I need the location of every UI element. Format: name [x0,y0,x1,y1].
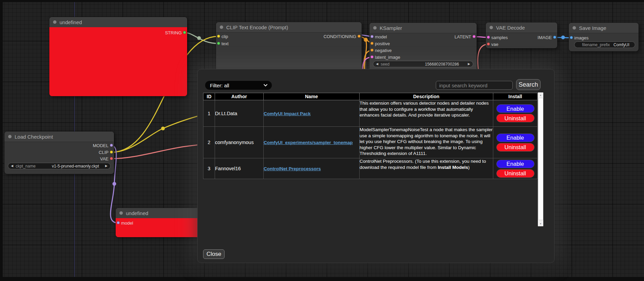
node-collapse-dot[interactable] [53,20,56,24]
input-slot-icon[interactable] [487,36,490,39]
chevron-down-icon [263,84,268,87]
extension-link[interactable]: ComfyUI_experiments/sampler_tonemap [264,140,353,145]
cell-description: This extension offers various detector n… [360,100,493,127]
node-load-checkpoint[interactable]: Load Checkpoint MODEL CLIP VAE ◀ ckpt_na… [4,131,114,174]
ckpt-name-widget[interactable]: ◀ ckpt_name v1-5-pruned-emaonly.ckpt ▶ [8,163,111,169]
input-slot-icon[interactable] [370,42,374,45]
cell-author: comfyanonymous [215,127,264,158]
node-header[interactable]: undefined [116,208,197,218]
node-header[interactable]: KSampler [369,23,477,33]
node-collapse-dot[interactable] [573,26,576,30]
cell-author: Dr.Lt.Data [215,100,264,127]
node-header[interactable]: undefined [49,17,187,28]
node-title: CLIP Text Encode (Prompt) [226,24,288,30]
output-slot-icon[interactable] [553,36,556,39]
decrement-arrow-icon[interactable]: ◀ [376,63,378,66]
node-header[interactable]: VAE Decode [486,22,557,33]
wire-to-vae-input [478,44,488,70]
input-slot-model: model [116,220,133,226]
search-button[interactable]: Search [516,79,541,90]
node-title: Save Image [579,25,606,31]
scrollbar[interactable]: ▲ ▼ [538,92,543,226]
filter-select[interactable]: Filter: all [205,81,272,90]
scroll-down-icon[interactable]: ▼ [538,221,543,226]
column-header-description: Description [360,93,493,100]
extension-link[interactable]: ControlNet Preprocessors [264,166,321,171]
node-save-image[interactable]: Save Image images filename_prefix ComfyU… [569,23,639,51]
output-slot-icon[interactable] [358,35,361,38]
cell-id: 1 [203,100,215,127]
close-button[interactable]: Close [203,249,225,259]
node-title: undefined [60,19,82,25]
node-undefined-bottom[interactable]: undefined model [116,208,197,237]
node-collapse-dot[interactable] [8,135,12,138]
cell-name: ComfyUI Impact Pack [264,100,360,127]
input-slot-icon[interactable] [370,35,374,38]
table-row: 3 Fannovel16 ControlNet Preprocessors Co… [203,158,538,179]
input-slot-latent-image: latent_image [369,54,400,60]
reroute-dot [161,127,165,130]
extension-link[interactable]: ComfyUI Impact Pack [264,111,311,116]
column-header-author: Author [215,93,264,100]
search-input[interactable] [436,81,513,90]
output-slot-string: STRING [165,30,187,36]
input-slot-icon[interactable] [570,36,573,39]
filename-prefix-widget[interactable]: filename_prefix ComfyUI [574,41,635,48]
node-collapse-dot[interactable] [220,25,223,29]
input-slot-icon[interactable] [370,49,374,52]
cell-install: Enable Uninstall [493,100,538,127]
output-slot-conditioning: CONDITIONING [324,33,362,39]
input-slot-images: images [569,35,589,41]
node-clip-text-encode[interactable]: CLIP Text Encode (Prompt) clip text COND… [216,22,362,73]
output-slot-clip: CLIP [99,149,114,155]
output-slot-icon[interactable] [110,157,113,160]
increment-arrow-icon[interactable]: ▶ [468,63,470,66]
input-slot-samples: samples [486,34,508,40]
cell-id: 3 [203,158,215,179]
custom-nodes-table: ID Author Name Description Install 1 Dr.… [203,93,538,179]
input-slot-text: text [216,40,229,47]
uninstall-button[interactable]: Uninstall [496,114,534,122]
output-slot-image: IMAGE [538,34,557,40]
cell-author: Fannovel16 [215,158,264,179]
output-slot-icon[interactable] [473,35,476,38]
output-slot-latent: LATENT [455,34,477,40]
input-slot-icon[interactable] [217,42,220,45]
input-slot-model: model [369,34,387,40]
seed-widget[interactable]: ◀ seed 156680208700286 ▶ [373,61,473,67]
input-slot-icon[interactable] [117,221,120,224]
output-slot-icon[interactable] [110,151,113,154]
node-header[interactable]: CLIP Text Encode (Prompt) [216,22,362,33]
cell-name: ComfyUI_experiments/sampler_tonemap [264,127,360,158]
output-slot-icon[interactable] [110,144,113,147]
input-slot-icon[interactable] [217,35,220,38]
node-title: Load Checkpoint [15,134,53,140]
scrollbar-thumb[interactable] [538,98,543,220]
node-vae-decode[interactable]: VAE Decode samples vae IMAGE [486,22,557,48]
reroute-dot [197,36,201,40]
cell-description: ModelSamplerTonemapNoiseTest a node that… [360,127,493,158]
node-header[interactable]: Save Image [569,23,639,33]
scroll-up-icon[interactable]: ▲ [538,92,543,98]
node-undefined-top[interactable]: undefined STRING [49,17,187,96]
uninstall-button[interactable]: Uninstall [496,143,534,152]
decrement-arrow-icon[interactable]: ◀ [11,164,13,168]
increment-arrow-icon[interactable]: ▶ [105,164,108,168]
node-title: VAE Decode [496,25,525,31]
enable-button[interactable]: Enable [496,134,534,142]
wire-string-to-text [185,33,218,43]
node-header[interactable]: Load Checkpoint [4,131,114,142]
node-collapse-dot[interactable] [119,211,123,215]
reroute-dot [561,36,565,39]
input-slot-icon[interactable] [487,42,490,46]
node-ksampler[interactable]: KSampler model positive negative latent_… [369,23,477,74]
table-row: 2 comfyanonymous ComfyUI_experiments/sam… [203,127,538,158]
node-collapse-dot[interactable] [373,26,377,30]
enable-button[interactable]: Enable [496,160,534,168]
node-collapse-dot[interactable] [490,26,493,29]
cell-id: 2 [203,127,215,158]
uninstall-button[interactable]: Uninstall [496,169,534,178]
output-slot-icon[interactable] [183,31,186,34]
input-slot-icon[interactable] [370,55,374,58]
enable-button[interactable]: Enable [496,104,534,113]
